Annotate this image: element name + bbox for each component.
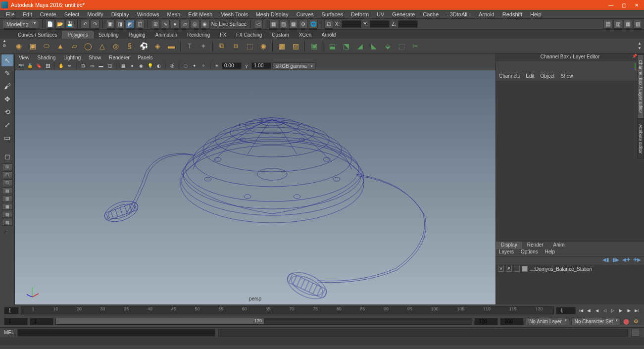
menu-help[interactable]: Help xyxy=(526,10,545,18)
channel-body[interactable] xyxy=(496,81,644,241)
layer-tab-render[interactable]: Render xyxy=(522,242,548,249)
bridge-icon[interactable]: ⬓ xyxy=(326,40,338,52)
poly-helix-icon[interactable]: § xyxy=(124,40,136,52)
extract-icon[interactable]: ⬚ xyxy=(244,40,255,52)
minimize-button[interactable]: — xyxy=(604,0,617,10)
xray-active-icon[interactable]: ✧ xyxy=(199,62,207,70)
view-menu-show[interactable]: Show xyxy=(89,55,101,60)
resolution-gate-icon[interactable]: ▬ xyxy=(97,62,105,70)
layer-new-empty-icon[interactable]: ◀✚ xyxy=(622,257,630,265)
menu-select[interactable]: Select xyxy=(60,10,84,18)
ch-menu-edit[interactable]: Edit xyxy=(526,73,534,81)
layer-tab-display[interactable]: Display xyxy=(496,242,522,249)
layer-type-box[interactable] xyxy=(514,266,520,272)
mirror-icon[interactable]: ▦ xyxy=(276,40,288,52)
step-forward-key-icon[interactable]: I▶ xyxy=(625,307,632,314)
pin-icon[interactable]: 📌 xyxy=(632,54,637,58)
render-globals-icon[interactable]: ⚙ xyxy=(299,20,308,29)
wireframe-icon[interactable]: ▦ xyxy=(119,62,127,70)
layout-2-icon[interactable]: ▥ xyxy=(613,20,622,29)
select-type-icon[interactable]: ◫ xyxy=(136,20,145,29)
layer-list[interactable]: V P ...:Domyos_Balance_Station xyxy=(496,265,644,304)
select-tool-icon[interactable]: ↖ xyxy=(1,54,13,66)
poly-torus-icon[interactable]: ◯ xyxy=(82,40,94,52)
step-forward-icon[interactable]: ▶ xyxy=(617,307,624,314)
view-four-icon[interactable]: ⊞ xyxy=(2,163,13,170)
colorspace-dropdown[interactable]: sRGB gamma xyxy=(272,62,315,69)
menu-edit-mesh[interactable]: Edit Mesh xyxy=(184,10,216,18)
shelf-tab-curves[interactable]: Curves / Surfaces xyxy=(13,31,62,39)
2d-pan-icon[interactable]: ✋ xyxy=(57,62,65,70)
side-tab-channelbox[interactable]: Channel Box / Layer Editor xyxy=(637,54,644,119)
view-layout5-icon[interactable]: ▦ xyxy=(2,203,13,210)
goto-start-icon[interactable]: I◀ xyxy=(578,307,585,314)
layer-menu-options[interactable]: Options xyxy=(521,249,538,256)
play-back-icon[interactable]: ◁ xyxy=(601,307,608,314)
lock-camera-icon[interactable]: 🔒 xyxy=(26,62,34,70)
lights-icon[interactable]: 💡 xyxy=(146,62,154,70)
menu-uv[interactable]: UV xyxy=(373,10,388,18)
menu-edit[interactable]: Edit xyxy=(19,10,36,18)
view-layout1-icon[interactable]: ⊟ xyxy=(2,171,13,178)
poly-type-icon[interactable]: T xyxy=(184,40,196,52)
layer-visibility-toggle[interactable]: V xyxy=(498,266,504,272)
shelf-tab-animation[interactable]: Animation xyxy=(150,31,182,39)
script-lang-label[interactable]: MEL xyxy=(4,330,14,335)
character-set-dropdown[interactable]: No Character Set xyxy=(571,318,620,325)
z-field[interactable] xyxy=(398,20,418,28)
layout-1-icon[interactable]: ▤ xyxy=(603,20,612,29)
subdiv-icon[interactable]: ▨ xyxy=(290,40,301,52)
view-layout6-icon[interactable]: ▧ xyxy=(2,211,13,218)
save-scene-icon[interactable]: 💾 xyxy=(65,20,74,29)
shelf-tab-fx[interactable]: FX xyxy=(215,31,231,39)
view-menu-lighting[interactable]: Lighting xyxy=(63,55,81,60)
play-forward-icon[interactable]: ▷ xyxy=(609,307,616,314)
menu-generate[interactable]: Generate xyxy=(388,10,419,18)
shelf-tab-custom[interactable]: Custom xyxy=(267,31,294,39)
shelf-tab-arnold[interactable]: Arnold xyxy=(316,31,341,39)
poly-cylinder-icon[interactable]: ⬭ xyxy=(41,40,52,52)
layer-tab-anim[interactable]: Anim xyxy=(548,242,570,249)
select-component-icon[interactable]: ◩ xyxy=(126,20,135,29)
goto-end-icon[interactable]: ▶I xyxy=(633,307,640,314)
anim-layer-dropdown[interactable]: No Anim Layer xyxy=(526,318,569,325)
layer-name[interactable]: ...:Domyos_Balance_Station xyxy=(530,266,592,272)
poly-cube-icon[interactable]: ▣ xyxy=(27,40,39,52)
time-start-visible[interactable]: 1 xyxy=(4,307,19,314)
snap-surface-icon[interactable]: ◎ xyxy=(191,20,199,29)
ch-menu-object[interactable]: Object xyxy=(541,73,555,81)
isolate-icon[interactable]: ◎ xyxy=(168,62,176,70)
view-menu-shading[interactable]: Shading xyxy=(38,55,56,60)
layer-playback-toggle[interactable]: P xyxy=(506,266,512,272)
menu-display[interactable]: Display xyxy=(107,10,133,18)
snap-curve-icon[interactable]: ∿ xyxy=(161,20,170,29)
range-end-field[interactable] xyxy=(500,318,524,325)
x-field[interactable] xyxy=(342,20,361,28)
shelf-tab-rendering[interactable]: Rendering xyxy=(182,31,215,39)
render-icon[interactable]: ▦ xyxy=(269,20,278,29)
collapse-toolbox-icon[interactable]: - xyxy=(6,228,8,233)
view-layout4-icon[interactable]: ▥ xyxy=(2,195,13,202)
step-back-icon[interactable]: ◀ xyxy=(594,307,600,314)
paint-tool-icon[interactable]: 🖌 xyxy=(1,80,13,92)
shelf-tab-sculpting[interactable]: Sculpting xyxy=(94,31,124,39)
layer-menu-help[interactable]: Help xyxy=(545,249,555,256)
layer-move-down-icon[interactable]: ▮▶ xyxy=(612,257,619,265)
current-frame-field[interactable]: 1 xyxy=(556,307,576,314)
workspace-dropdown[interactable]: Modeling xyxy=(2,20,39,29)
fill-hole-icon[interactable]: ◣ xyxy=(368,40,380,52)
redo-icon[interactable]: ↷ xyxy=(91,20,99,29)
bevel-icon[interactable]: ◢ xyxy=(354,40,366,52)
render-globe-icon[interactable]: 🌐 xyxy=(309,20,318,29)
menu-mesh-tools[interactable]: Mesh Tools xyxy=(216,10,251,18)
menu-windows[interactable]: Windows xyxy=(133,10,163,18)
ipr-icon[interactable]: ▨ xyxy=(279,20,288,29)
shaded-icon[interactable]: ● xyxy=(128,62,136,70)
range-start-anim-field[interactable] xyxy=(30,318,53,325)
poly-prism-icon[interactable]: ▬ xyxy=(165,40,177,52)
poly-pyramid-icon[interactable]: △ xyxy=(96,40,108,52)
view-layout3-icon[interactable]: ▤ xyxy=(2,187,13,194)
maximize-button[interactable]: ▢ xyxy=(617,0,630,10)
smooth-icon[interactable]: ◉ xyxy=(257,40,269,52)
menu-redshift[interactable]: Redshift xyxy=(498,10,526,18)
